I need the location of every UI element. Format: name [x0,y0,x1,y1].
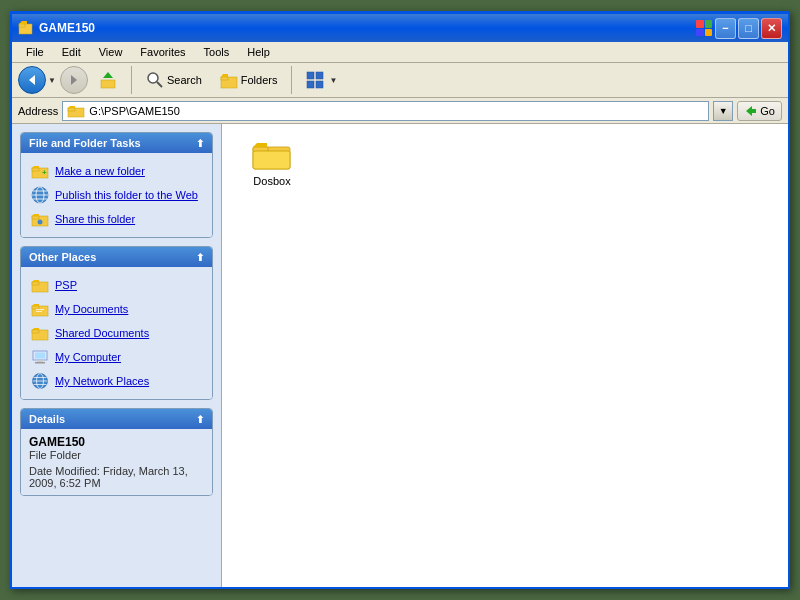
address-value[interactable]: G:\PSP\GAME150 [89,105,179,117]
svg-rect-5 [101,80,115,88]
svg-marker-35 [32,280,39,282]
svg-marker-55 [253,143,267,147]
minimize-button[interactable]: − [715,18,736,39]
svg-text:+: + [42,168,47,177]
psp-icon [31,276,49,294]
svg-rect-56 [253,151,290,169]
close-button[interactable]: ✕ [761,18,782,39]
svg-marker-22 [32,166,39,168]
svg-marker-2 [19,21,27,24]
svg-marker-11 [221,74,228,77]
make-new-folder-item[interactable]: + Make a new folder [29,159,204,183]
windows-logo [693,17,715,39]
toolbar-separator-1 [131,66,132,94]
svg-rect-1 [19,24,25,27]
publish-folder-label: Publish this folder to the Web [55,189,198,201]
forward-button[interactable] [60,66,88,94]
menubar: File Edit View Favorites Tools Help [12,42,788,63]
my-documents-item[interactable]: My Documents [29,297,204,321]
share-folder-label: Share this folder [55,213,135,225]
svg-line-8 [157,82,162,87]
menu-favorites[interactable]: Favorites [132,44,193,60]
my-documents-label: My Documents [55,303,128,315]
svg-marker-18 [68,106,75,108]
svg-rect-13 [316,72,323,79]
other-places-header: Other Places ⬆ [21,247,212,267]
search-button[interactable]: Search [139,67,209,93]
svg-marker-31 [32,214,39,216]
my-computer-icon [31,348,49,366]
go-button[interactable]: Go [737,101,782,121]
svg-marker-43 [32,328,39,330]
svg-marker-4 [71,75,77,85]
svg-point-32 [38,219,43,224]
address-dropdown[interactable]: ▼ [713,101,733,121]
svg-rect-15 [316,81,323,88]
dosbox-folder-icon [252,139,292,171]
svg-marker-19 [746,106,756,116]
sidebar: File and Folder Tasks ⬆ + [12,124,222,587]
shared-documents-icon [31,324,49,342]
menu-help[interactable]: Help [239,44,278,60]
address-label: Address [18,105,58,117]
svg-rect-45 [35,352,45,358]
my-documents-icon [31,300,49,318]
dosbox-folder-label: Dosbox [250,173,293,189]
make-new-folder-label: Make a new folder [55,165,145,177]
other-places-collapse[interactable]: ⬆ [196,252,204,263]
window-title: GAME150 [39,21,693,35]
make-new-folder-icon: + [31,162,49,180]
svg-rect-39 [36,309,44,310]
menu-edit[interactable]: Edit [54,44,89,60]
svg-rect-37 [32,306,39,309]
titlebar-icon [18,20,34,36]
other-places-panel: Other Places ⬆ PSP [20,246,213,400]
folders-label: Folders [241,74,278,86]
share-folder-item[interactable]: Share this folder [29,207,204,231]
back-button-group: ▼ [18,66,56,94]
content-area: Dosbox [222,124,788,587]
details-header: Details ⬆ [21,409,212,429]
my-computer-label: My Computer [55,351,121,363]
svg-rect-34 [32,282,39,285]
details-folder-name: GAME150 [29,435,204,449]
views-button[interactable]: ▼ [299,67,344,93]
views-dropdown-arrow: ▼ [329,76,337,85]
file-folder-tasks-body: + Make a new folder [21,153,212,237]
menu-file[interactable]: File [18,44,52,60]
up-button[interactable] [92,67,124,93]
folder-item-dosbox[interactable]: Dosbox [232,134,312,194]
my-network-places-label: My Network Places [55,375,149,387]
back-button[interactable] [18,66,46,94]
my-network-places-item[interactable]: My Network Places [29,369,204,393]
details-body: GAME150 File Folder Date Modified: Frida… [21,429,212,495]
shared-documents-item[interactable]: Shared Documents [29,321,204,345]
back-dropdown[interactable]: ▼ [48,76,56,85]
publish-folder-icon [31,186,49,204]
psp-item[interactable]: PSP [29,273,204,297]
svg-rect-40 [36,311,42,312]
menu-tools[interactable]: Tools [196,44,238,60]
details-panel: Details ⬆ GAME150 File Folder Date Modif… [20,408,213,496]
details-modified: Date Modified: Friday, March 13, 2009, 6… [29,465,204,489]
publish-folder-item[interactable]: Publish this folder to the Web [29,183,204,207]
file-folder-tasks-label: File and Folder Tasks [29,137,141,149]
svg-rect-21 [32,168,39,171]
menu-view[interactable]: View [91,44,131,60]
svg-rect-17 [68,108,75,111]
file-folder-tasks-header: File and Folder Tasks ⬆ [21,133,212,153]
folders-button[interactable]: Folders [213,67,285,93]
maximize-button[interactable]: □ [738,18,759,39]
addressbar: Address G:\PSP\GAME150 ▼ Go [12,98,788,124]
svg-point-7 [148,73,158,83]
my-computer-item[interactable]: My Computer [29,345,204,369]
address-display: G:\PSP\GAME150 [62,101,709,121]
share-folder-icon [31,210,49,228]
file-folder-tasks-collapse[interactable]: ⬆ [196,138,204,149]
toolbar: ▼ Search Folders [12,63,788,98]
svg-rect-42 [32,330,39,333]
titlebar: GAME150 − □ ✕ [12,14,788,42]
details-collapse[interactable]: ⬆ [196,414,204,425]
other-places-body: PSP My Documents [21,267,212,399]
svg-rect-14 [307,81,314,88]
